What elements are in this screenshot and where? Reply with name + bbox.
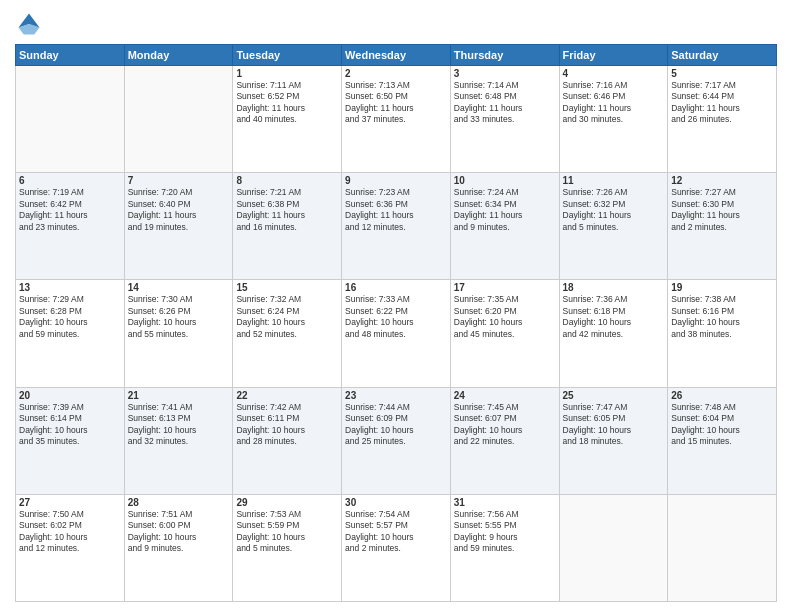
calendar-cell: 9Sunrise: 7:23 AM Sunset: 6:36 PM Daylig… xyxy=(342,173,451,280)
calendar-cell: 3Sunrise: 7:14 AM Sunset: 6:48 PM Daylig… xyxy=(450,66,559,173)
calendar-header-saturday: Saturday xyxy=(668,45,777,66)
calendar-cell: 25Sunrise: 7:47 AM Sunset: 6:05 PM Dayli… xyxy=(559,387,668,494)
calendar-week-row: 27Sunrise: 7:50 AM Sunset: 6:02 PM Dayli… xyxy=(16,494,777,601)
day-info: Sunrise: 7:51 AM Sunset: 6:00 PM Dayligh… xyxy=(128,509,230,555)
day-number: 9 xyxy=(345,175,447,186)
day-number: 8 xyxy=(236,175,338,186)
calendar-week-row: 6Sunrise: 7:19 AM Sunset: 6:42 PM Daylig… xyxy=(16,173,777,280)
day-info: Sunrise: 7:35 AM Sunset: 6:20 PM Dayligh… xyxy=(454,294,556,340)
calendar-cell xyxy=(16,66,125,173)
day-number: 5 xyxy=(671,68,773,79)
day-number: 14 xyxy=(128,282,230,293)
day-number: 10 xyxy=(454,175,556,186)
day-info: Sunrise: 7:56 AM Sunset: 5:55 PM Dayligh… xyxy=(454,509,556,555)
day-number: 17 xyxy=(454,282,556,293)
header xyxy=(15,10,777,38)
day-info: Sunrise: 7:53 AM Sunset: 5:59 PM Dayligh… xyxy=(236,509,338,555)
calendar-cell: 28Sunrise: 7:51 AM Sunset: 6:00 PM Dayli… xyxy=(124,494,233,601)
day-number: 4 xyxy=(563,68,665,79)
day-number: 30 xyxy=(345,497,447,508)
day-info: Sunrise: 7:14 AM Sunset: 6:48 PM Dayligh… xyxy=(454,80,556,126)
calendar-cell: 30Sunrise: 7:54 AM Sunset: 5:57 PM Dayli… xyxy=(342,494,451,601)
calendar-cell: 14Sunrise: 7:30 AM Sunset: 6:26 PM Dayli… xyxy=(124,280,233,387)
calendar-cell: 6Sunrise: 7:19 AM Sunset: 6:42 PM Daylig… xyxy=(16,173,125,280)
day-info: Sunrise: 7:36 AM Sunset: 6:18 PM Dayligh… xyxy=(563,294,665,340)
day-info: Sunrise: 7:39 AM Sunset: 6:14 PM Dayligh… xyxy=(19,402,121,448)
day-number: 12 xyxy=(671,175,773,186)
calendar-cell: 10Sunrise: 7:24 AM Sunset: 6:34 PM Dayli… xyxy=(450,173,559,280)
day-number: 11 xyxy=(563,175,665,186)
day-info: Sunrise: 7:47 AM Sunset: 6:05 PM Dayligh… xyxy=(563,402,665,448)
day-info: Sunrise: 7:19 AM Sunset: 6:42 PM Dayligh… xyxy=(19,187,121,233)
calendar-cell: 16Sunrise: 7:33 AM Sunset: 6:22 PM Dayli… xyxy=(342,280,451,387)
day-info: Sunrise: 7:29 AM Sunset: 6:28 PM Dayligh… xyxy=(19,294,121,340)
day-info: Sunrise: 7:24 AM Sunset: 6:34 PM Dayligh… xyxy=(454,187,556,233)
calendar-header-tuesday: Tuesday xyxy=(233,45,342,66)
day-number: 3 xyxy=(454,68,556,79)
calendar-cell: 22Sunrise: 7:42 AM Sunset: 6:11 PM Dayli… xyxy=(233,387,342,494)
day-info: Sunrise: 7:16 AM Sunset: 6:46 PM Dayligh… xyxy=(563,80,665,126)
day-number: 13 xyxy=(19,282,121,293)
calendar-week-row: 13Sunrise: 7:29 AM Sunset: 6:28 PM Dayli… xyxy=(16,280,777,387)
day-info: Sunrise: 7:13 AM Sunset: 6:50 PM Dayligh… xyxy=(345,80,447,126)
calendar-cell: 29Sunrise: 7:53 AM Sunset: 5:59 PM Dayli… xyxy=(233,494,342,601)
calendar-header-sunday: Sunday xyxy=(16,45,125,66)
calendar-cell: 31Sunrise: 7:56 AM Sunset: 5:55 PM Dayli… xyxy=(450,494,559,601)
calendar-cell: 19Sunrise: 7:38 AM Sunset: 6:16 PM Dayli… xyxy=(668,280,777,387)
calendar-cell xyxy=(668,494,777,601)
day-number: 20 xyxy=(19,390,121,401)
day-info: Sunrise: 7:21 AM Sunset: 6:38 PM Dayligh… xyxy=(236,187,338,233)
calendar-header-friday: Friday xyxy=(559,45,668,66)
calendar-cell xyxy=(124,66,233,173)
day-info: Sunrise: 7:42 AM Sunset: 6:11 PM Dayligh… xyxy=(236,402,338,448)
day-info: Sunrise: 7:30 AM Sunset: 6:26 PM Dayligh… xyxy=(128,294,230,340)
calendar-cell: 18Sunrise: 7:36 AM Sunset: 6:18 PM Dayli… xyxy=(559,280,668,387)
calendar-table: SundayMondayTuesdayWednesdayThursdayFrid… xyxy=(15,44,777,602)
day-number: 2 xyxy=(345,68,447,79)
calendar-header-monday: Monday xyxy=(124,45,233,66)
day-info: Sunrise: 7:33 AM Sunset: 6:22 PM Dayligh… xyxy=(345,294,447,340)
day-info: Sunrise: 7:48 AM Sunset: 6:04 PM Dayligh… xyxy=(671,402,773,448)
day-number: 26 xyxy=(671,390,773,401)
day-info: Sunrise: 7:45 AM Sunset: 6:07 PM Dayligh… xyxy=(454,402,556,448)
calendar-cell: 2Sunrise: 7:13 AM Sunset: 6:50 PM Daylig… xyxy=(342,66,451,173)
calendar-cell: 11Sunrise: 7:26 AM Sunset: 6:32 PM Dayli… xyxy=(559,173,668,280)
day-info: Sunrise: 7:23 AM Sunset: 6:36 PM Dayligh… xyxy=(345,187,447,233)
day-info: Sunrise: 7:38 AM Sunset: 6:16 PM Dayligh… xyxy=(671,294,773,340)
logo xyxy=(15,10,47,38)
day-number: 16 xyxy=(345,282,447,293)
calendar-cell: 20Sunrise: 7:39 AM Sunset: 6:14 PM Dayli… xyxy=(16,387,125,494)
day-number: 19 xyxy=(671,282,773,293)
calendar-cell: 5Sunrise: 7:17 AM Sunset: 6:44 PM Daylig… xyxy=(668,66,777,173)
day-info: Sunrise: 7:26 AM Sunset: 6:32 PM Dayligh… xyxy=(563,187,665,233)
day-info: Sunrise: 7:20 AM Sunset: 6:40 PM Dayligh… xyxy=(128,187,230,233)
day-number: 25 xyxy=(563,390,665,401)
calendar-cell xyxy=(559,494,668,601)
day-info: Sunrise: 7:11 AM Sunset: 6:52 PM Dayligh… xyxy=(236,80,338,126)
calendar-cell: 1Sunrise: 7:11 AM Sunset: 6:52 PM Daylig… xyxy=(233,66,342,173)
calendar-week-row: 20Sunrise: 7:39 AM Sunset: 6:14 PM Dayli… xyxy=(16,387,777,494)
calendar-cell: 26Sunrise: 7:48 AM Sunset: 6:04 PM Dayli… xyxy=(668,387,777,494)
calendar-cell: 27Sunrise: 7:50 AM Sunset: 6:02 PM Dayli… xyxy=(16,494,125,601)
day-number: 6 xyxy=(19,175,121,186)
calendar-cell: 15Sunrise: 7:32 AM Sunset: 6:24 PM Dayli… xyxy=(233,280,342,387)
day-number: 22 xyxy=(236,390,338,401)
day-number: 24 xyxy=(454,390,556,401)
day-number: 21 xyxy=(128,390,230,401)
day-info: Sunrise: 7:50 AM Sunset: 6:02 PM Dayligh… xyxy=(19,509,121,555)
day-info: Sunrise: 7:44 AM Sunset: 6:09 PM Dayligh… xyxy=(345,402,447,448)
calendar-cell: 13Sunrise: 7:29 AM Sunset: 6:28 PM Dayli… xyxy=(16,280,125,387)
calendar-cell: 4Sunrise: 7:16 AM Sunset: 6:46 PM Daylig… xyxy=(559,66,668,173)
calendar-cell: 7Sunrise: 7:20 AM Sunset: 6:40 PM Daylig… xyxy=(124,173,233,280)
calendar-header-wednesday: Wednesday xyxy=(342,45,451,66)
page: SundayMondayTuesdayWednesdayThursdayFrid… xyxy=(0,0,792,612)
calendar-cell: 12Sunrise: 7:27 AM Sunset: 6:30 PM Dayli… xyxy=(668,173,777,280)
calendar-header-row: SundayMondayTuesdayWednesdayThursdayFrid… xyxy=(16,45,777,66)
day-number: 28 xyxy=(128,497,230,508)
day-number: 23 xyxy=(345,390,447,401)
calendar-cell: 8Sunrise: 7:21 AM Sunset: 6:38 PM Daylig… xyxy=(233,173,342,280)
day-number: 18 xyxy=(563,282,665,293)
day-info: Sunrise: 7:17 AM Sunset: 6:44 PM Dayligh… xyxy=(671,80,773,126)
day-number: 29 xyxy=(236,497,338,508)
calendar-cell: 24Sunrise: 7:45 AM Sunset: 6:07 PM Dayli… xyxy=(450,387,559,494)
